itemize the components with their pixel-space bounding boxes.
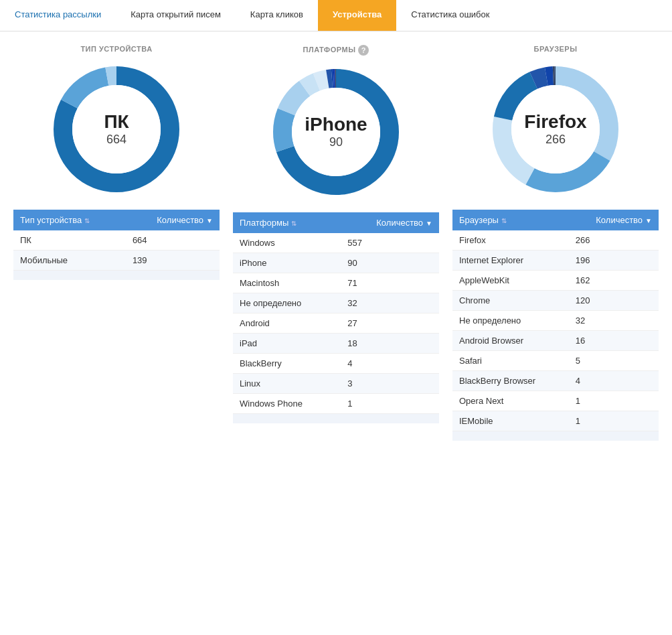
donut-chart-browsers: Firefox 266 — [489, 62, 622, 196]
donut-chart-devices: ПК 664 — [50, 62, 183, 196]
table-row: AppleWebKit162 — [452, 271, 659, 291]
table-row: IEMobile1 — [452, 411, 659, 431]
cell-count: 32 — [341, 293, 439, 313]
sort-down-icon: ▼ — [426, 220, 432, 227]
table-row: Firefox266 — [452, 230, 659, 251]
cell-name: Windows — [233, 233, 341, 253]
cell-name: Не определено — [452, 311, 569, 331]
cell-count: 196 — [569, 251, 659, 271]
cell-count: 1 — [341, 394, 439, 414]
sort-down-icon: ▼ — [645, 217, 652, 224]
section-platforms: ПЛАТФОРМЫ?iPhone 90Платформы⇅Количество▼… — [226, 45, 446, 441]
cell-name: AppleWebKit — [452, 271, 569, 291]
cell-name: Windows Phone — [233, 394, 341, 414]
table-row: Internet Explorer196 — [452, 251, 659, 271]
table-footer — [452, 431, 659, 441]
col-header-0[interactable]: Браузеры⇅ — [452, 210, 569, 230]
cell-count: 4 — [341, 354, 439, 374]
table-row: Windows Phone1 — [233, 394, 439, 414]
table-row: Не определено32 — [452, 311, 659, 331]
cell-name: Internet Explorer — [452, 251, 569, 271]
nav-item-карта-открытий-писем[interactable]: Карта открытий писем — [116, 0, 236, 31]
cell-count: 266 — [569, 230, 659, 251]
sort-down-icon: ▼ — [206, 217, 213, 224]
cell-name: Firefox — [452, 230, 569, 251]
cell-count: 3 — [341, 374, 439, 394]
svg-point-29 — [511, 85, 600, 173]
cell-count: 139 — [126, 251, 220, 271]
section-title-browsers: БРАУЗЕРЫ — [452, 45, 659, 53]
cell-name: iPad — [233, 334, 341, 354]
cell-name: Android Browser — [452, 331, 569, 351]
sort-icon: ⇅ — [291, 220, 297, 227]
table-row: Android Browser16 — [452, 331, 659, 351]
nav-item-статистика-ошибок[interactable]: Статистика ошибок — [396, 0, 504, 31]
table-row: Windows557 — [233, 233, 439, 253]
table-browsers: Браузеры⇅Количество▼Firefox266Internet E… — [452, 210, 659, 431]
table-row: Android27 — [233, 313, 439, 334]
svg-point-18 — [292, 88, 380, 176]
table-row: ПК664 — [13, 230, 220, 251]
col-header-1[interactable]: Количество▼ — [126, 210, 220, 230]
cell-name: Android — [233, 313, 341, 334]
cell-count: 90 — [341, 253, 439, 273]
cell-name: Opera Next — [452, 391, 569, 411]
table-row: Не определено32 — [233, 293, 439, 313]
cell-name: Не определено — [233, 293, 341, 313]
section-browsers: БРАУЗЕРЫFirefox 266Браузеры⇅Количество▼F… — [446, 45, 659, 441]
cell-name: Chrome — [452, 291, 569, 311]
nav-item-устройства[interactable]: Устройства — [318, 0, 396, 31]
table-platforms: Платформы⇅Количество▼Windows557iPhone90M… — [233, 212, 439, 414]
col-header-1[interactable]: Количество▼ — [341, 212, 439, 233]
cell-count: 32 — [569, 311, 659, 331]
cell-count: 16 — [569, 331, 659, 351]
main-nav: Статистика рассылкиКарта открытий писемК… — [0, 0, 672, 31]
cell-name: Мобильные — [13, 251, 126, 271]
section-title-platforms: ПЛАТФОРМЫ? — [233, 45, 439, 56]
donut-chart-platforms: iPhone 90 — [269, 65, 403, 199]
table-footer — [233, 414, 439, 423]
table-row: BlackBerry Browser4 — [452, 371, 659, 391]
cell-count: 162 — [569, 271, 659, 291]
table-row: Chrome120 — [452, 291, 659, 311]
table-row: BlackBerry4 — [233, 354, 439, 374]
cell-count: 557 — [341, 233, 439, 253]
help-icon[interactable]: ? — [358, 45, 369, 56]
cell-count: 4 — [569, 371, 659, 391]
col-header-1[interactable]: Количество▼ — [569, 210, 659, 230]
cell-count: 27 — [341, 313, 439, 334]
table-row: Safari5 — [452, 351, 659, 371]
section-title-devices: ТИП УСТРОЙСТВА — [13, 45, 220, 53]
cell-name: Linux — [233, 374, 341, 394]
cell-count: 18 — [341, 334, 439, 354]
svg-point-5 — [72, 85, 161, 173]
cell-name: iPhone — [233, 253, 341, 273]
cell-count: 664 — [126, 230, 220, 251]
cell-count: 1 — [569, 411, 659, 431]
cell-name: Safari — [452, 351, 569, 371]
cell-name: BlackBerry Browser — [452, 371, 569, 391]
sort-icon: ⇅ — [84, 217, 90, 224]
cell-count: 5 — [569, 351, 659, 371]
sort-icon: ⇅ — [501, 217, 507, 224]
section-devices: ТИП УСТРОЙСТВАПК 664Тип устройства⇅Колич… — [13, 45, 226, 441]
table-footer — [13, 271, 220, 280]
cell-count: 120 — [569, 291, 659, 311]
nav-item-карта-кликов[interactable]: Карта кликов — [236, 0, 318, 31]
cell-name: BlackBerry — [233, 354, 341, 374]
nav-item-статистика-рассылки[interactable]: Статистика рассылки — [0, 0, 116, 31]
cell-name: ПК — [13, 230, 126, 251]
table-row: Macintosh71 — [233, 273, 439, 293]
table-row: Linux3 — [233, 374, 439, 394]
cell-count: 71 — [341, 273, 439, 293]
cell-name: Macintosh — [233, 273, 341, 293]
table-devices: Тип устройства⇅Количество▼ПК664Мобильные… — [13, 210, 220, 271]
table-row: Opera Next1 — [452, 391, 659, 411]
table-row: Мобильные139 — [13, 251, 220, 271]
cell-name: IEMobile — [452, 411, 569, 431]
col-header-0[interactable]: Платформы⇅ — [233, 212, 341, 233]
cell-count: 1 — [569, 391, 659, 411]
table-row: iPhone90 — [233, 253, 439, 273]
table-row: iPad18 — [233, 334, 439, 354]
col-header-0[interactable]: Тип устройства⇅ — [13, 210, 126, 230]
